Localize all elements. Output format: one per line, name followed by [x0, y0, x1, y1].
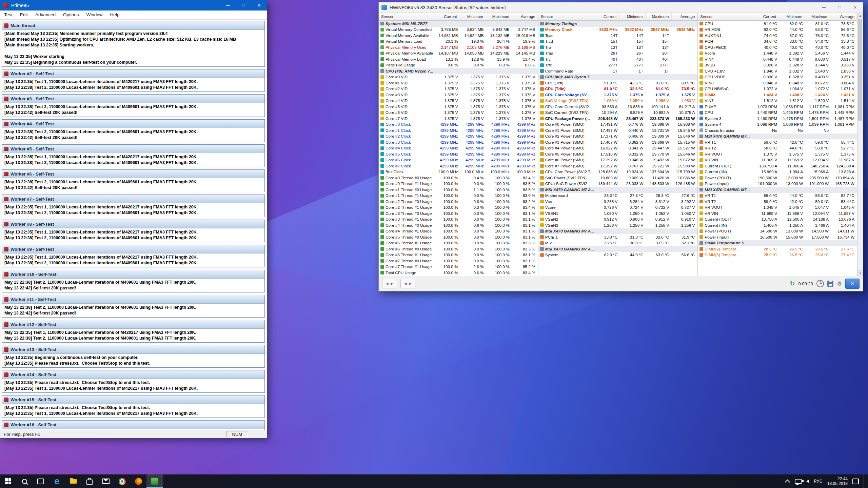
sensor-row[interactable]: VIN71.512 V1.512 V1.520 V1.514 V	[698, 98, 857, 104]
prime95-child-window[interactable]: Worker #6 - Self-Test[May 13 22:38] Test…	[2, 169, 265, 192]
child-titlebar[interactable]: Worker #15 - Self-Test	[2, 395, 264, 404]
sensor-row[interactable]: CPU81.0 °C32.0 °C81.0 °C73.5 °C	[698, 21, 857, 27]
sensor-row[interactable]: VIN60.848 V0.848 V0.872 V0.864 V	[698, 80, 857, 86]
shift-columns-right-button[interactable]: ◄ ►	[400, 279, 415, 288]
prime95-child-window[interactable]: Worker #7 - Self-Test[May 13 22:35] Test…	[2, 195, 265, 217]
sensor-row[interactable]: Page File Usage0.0 %0.0 %0.0 %0.0 %	[379, 62, 538, 68]
taskbar-app-explorer[interactable]	[65, 474, 81, 488]
prime95-child-window[interactable]: Worker #10 - Self-TestMay 13 22:38] Test…	[2, 270, 265, 292]
sensor-row[interactable]: SoC Power (SVI2 TFN)10.809 W9.009 W11.42…	[538, 175, 698, 181]
child-titlebar[interactable]: Main thread	[2, 21, 264, 30]
save-report-icon[interactable]	[827, 281, 833, 287]
sensor-row[interactable]: CPU Core Current (SVI2...93.553 A13.835 …	[538, 104, 698, 110]
network-icon[interactable]	[795, 479, 802, 484]
column-header-current[interactable]: Current	[434, 13, 460, 20]
sensor-row[interactable]: PCIE 133.0 °C31.0 °C33.0 °C31.9 °C	[538, 234, 698, 240]
sensor-row[interactable]: Current (IOUT)13.750 A12.500 A14.188 A13…	[698, 217, 857, 223]
minimize-icon[interactable]: ─	[220, 0, 236, 11]
sensor-row[interactable]: Power (Input)16.500 W15.000 W17.500 W16.…	[698, 234, 857, 240]
menu-help[interactable]: Help	[106, 11, 123, 19]
sensor-row[interactable]: Tras26T26T26T	[538, 50, 698, 57]
column-header-minimum[interactable]: Minimum	[619, 13, 645, 20]
sensor-row[interactable]: Core #1 Clock4299 MHz4299 MHz4299 MHz429…	[379, 127, 538, 134]
prime95-child-window[interactable]: Worker #14 - Self-Test[May 13 22:35] Ple…	[2, 370, 265, 393]
sensor-row[interactable]: CPU+SoC Power (SVI2...139.444 W28.033 W1…	[538, 181, 698, 187]
child-titlebar[interactable]: Worker #8 - Self-Test	[2, 220, 264, 228]
language-indicator[interactable]: РУС	[814, 479, 823, 484]
volume-icon[interactable]	[806, 480, 809, 483]
column-header-maximum[interactable]: Maximum	[805, 13, 831, 20]
child-titlebar[interactable]: Worker #10 - Self-Test	[2, 270, 264, 279]
sensor-section-row[interactable]: System: MSI MS-7B77	[379, 21, 538, 27]
sensor-row[interactable]: Current (IIN)15.969 A1.094 A15.969 A13.8…	[698, 169, 857, 175]
sensor-row[interactable]: Vcore0.726 V0.724 V0.732 V0.727 V	[538, 205, 698, 211]
sensor-row[interactable]: Core #6 Clock4299 MHz4299 MHz4299 MHz429…	[379, 157, 538, 163]
prime95-child-window[interactable]: Worker #13 - Self-Test[May 13 22:35] Beg…	[2, 345, 265, 368]
sensor-row[interactable]: Core #2 Power (SMU)17.371 W0.406 W19.809…	[538, 134, 698, 140]
sensor-row[interactable]: CPU Core Voltage (SV...1.375 V1.375 V1.3…	[538, 92, 698, 98]
action-center-icon[interactable]	[852, 479, 859, 484]
sensor-row[interactable]: Core #4 Power (SMU)16.922 W0.341 W19.447…	[538, 145, 698, 151]
sensor-row[interactable]: Core #5 Thread #1 Usage100.0 %0.0 %100.0…	[379, 240, 538, 246]
show-desktop-button[interactable]	[864, 474, 867, 488]
sensor-row[interactable]: VR VIN11.969 V11.969 V12.094 V11.987 V	[698, 210, 857, 217]
column-header-maximum[interactable]: Maximum	[486, 13, 512, 20]
sensor-row[interactable]: CPU VDDP0.336 V0.328 V0.400 V0.351 V	[698, 74, 857, 80]
column-header-current[interactable]: Current	[593, 13, 619, 20]
sensor-row[interactable]: VR VIN11.969 V11.969 V12.094 V11.987 V	[698, 157, 857, 163]
sensor-row[interactable]: Trp13T13T13T	[538, 44, 698, 50]
sensor-row[interactable]: Total CPU Usage100.0 %0.6 %100.0 %83.4 %	[379, 270, 538, 276]
sensor-row[interactable]: VR T258.0 °C44.0 °C58.0 °C52.7 °C	[698, 145, 857, 151]
sensor-row[interactable]: Core #1 Thread #1 Usage100.0 %0.0 %100.0…	[379, 193, 538, 199]
sensor-row[interactable]: Core #5 Clock4299 MHz4299 MHz4299 MHz429…	[379, 151, 538, 157]
menu-options[interactable]: Options	[59, 11, 83, 19]
prime95-child-window[interactable]: Worker #3 - Self-Test[May 13 22:38] Test…	[2, 94, 265, 117]
sensor-row[interactable]: CPU (Tctl)91.0 °C42.6 °C91.0 °C83.5 °C	[538, 80, 698, 86]
search-button[interactable]	[16, 474, 33, 488]
scrollbar-thumb[interactable]	[858, 19, 862, 121]
column-header-maximum[interactable]: Maximum	[645, 13, 671, 20]
prime95-child-window[interactable]: Worker #4 - Self-Test[May 13 22:38] Test…	[2, 119, 265, 142]
taskbar-clock[interactable]: 22:44 13.05.2018	[827, 476, 848, 486]
menu-test[interactable]: Test	[0, 11, 16, 19]
sensor-row[interactable]: Core #3 Clock4299 MHz4299 MHz4299 MHz429…	[379, 139, 538, 145]
sensor-row[interactable]: Virtual Memory Load20.1 %19.3 %20.4 %19.…	[379, 39, 538, 45]
clock-icon[interactable]	[816, 280, 824, 287]
sensor-row[interactable]: Core #7 Thread #0 Usage100.0 %0.0 %100.0…	[379, 258, 538, 264]
menu-window[interactable]: Window	[83, 11, 106, 19]
sensor-row[interactable]: DIMM[3] Tempera...28.0 °C26.5 °C28.0 °C2…	[698, 252, 857, 258]
sensor-row[interactable]: SoC Voltage (SVI2 TFN)1.050 V1.050 V1.05…	[538, 98, 698, 104]
sensor-row[interactable]: Trfc277T277T277T	[538, 62, 698, 68]
maximize-icon[interactable]: □	[832, 2, 847, 13]
reset-values-icon[interactable]: ↻	[790, 280, 795, 287]
scroll-down-icon[interactable]: ▼	[857, 270, 863, 276]
sensor-row[interactable]: Core #0 Thread #0 Usage100.0 %0.4 %100.0…	[379, 175, 538, 181]
sensor-row[interactable]: System62.0 °C44.0 °C63.0 °C56.6 °C	[538, 252, 698, 258]
sensor-row[interactable]: CPU NB/SoC1.072 V1.064 V1.072 V1.071 V	[698, 86, 857, 92]
sensor-row[interactable]: Core #0 Power (SMU)17.491 W0.776 W19.866…	[538, 122, 698, 128]
sensor-row[interactable]: System 31,490 RPM1,475 RPM1,501 RPM1,487…	[698, 116, 857, 122]
sensor-row[interactable]: Core #0 Thread #1 Usage100.0 %0.0 %100.0…	[379, 181, 538, 187]
sensor-row[interactable]: Bus Clock100.0 MHz100.0 MHz100.0 MHz100.…	[379, 169, 538, 175]
sensor-section-row[interactable]: MSI X470 GAMING M7...	[698, 187, 857, 193]
sensor-row[interactable]: Power (POUT)14.500 W13.000 W14.500 W14.0…	[698, 228, 857, 235]
sensor-row[interactable]: Trcd15T15T15T	[538, 39, 698, 45]
maximize-icon[interactable]: □	[236, 0, 251, 11]
column-header-minimum[interactable]: Minimum	[460, 13, 486, 20]
child-titlebar[interactable]: Worker #7 - Self-Test	[2, 195, 264, 203]
column-header-average[interactable]: Average	[512, 13, 538, 20]
scroll-up-icon[interactable]: ▲	[857, 13, 863, 18]
sensor-row[interactable]: CPU (PECI)40.0 °C40.0 °C40.0 °C40.0 °C	[698, 44, 857, 50]
sensor-row[interactable]: Chassis IntrusionNoNoNo	[698, 127, 857, 134]
sensor-row[interactable]: Current (IOUT)138.750 A11.000 A148.250 A…	[698, 163, 857, 169]
sensor-row[interactable]: Core #3 Thread #1 Usage100.0 %0.0 %100.0…	[379, 217, 538, 223]
sensor-row[interactable]: Trc40T40T40T	[538, 56, 698, 62]
sensor-row[interactable]: Core #3 Power (SMU)17.407 W0.362 W19.669…	[538, 139, 698, 145]
sensor-row[interactable]: VIN40.448 V0.448 V0.680 V0.517 V	[698, 56, 857, 62]
sensor-section-row[interactable]: DIMM Temperature S...	[698, 240, 857, 246]
sensor-section-row[interactable]: MSI X470 GAMING M7 A...	[538, 228, 698, 235]
sensor-section-row[interactable]: CPU [#0]: AMD Ryzen 7...	[379, 68, 538, 74]
sensor-row[interactable]: Motherboard28.3 °C27.3 °C28.3 °C27.6 °C	[538, 193, 698, 199]
sensor-row[interactable]: Core #6 Power (SMU)17.292 W0.348 W19.492…	[538, 157, 698, 163]
column-header-average[interactable]: Average	[831, 13, 857, 20]
